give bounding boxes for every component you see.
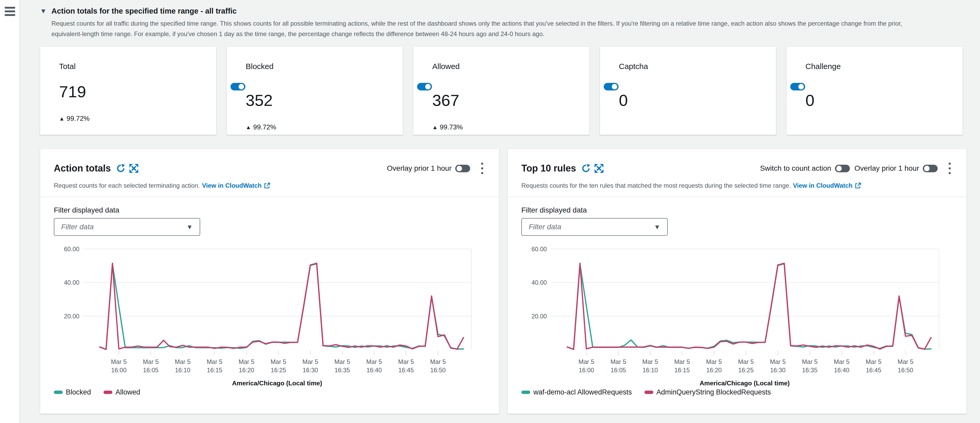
switch-count-action-control: Switch to count action bbox=[760, 164, 850, 172]
kebab-menu-icon[interactable] bbox=[946, 160, 953, 177]
action-totals-panel: Action totals bbox=[40, 149, 499, 414]
filter-displayed-data-label: Filter displayed data bbox=[521, 206, 953, 214]
svg-text:16:00: 16:00 bbox=[111, 367, 126, 374]
legend-item-allowed[interactable]: Allowed bbox=[103, 388, 140, 396]
legend-item-allowed-requests[interactable]: waf-demo-acl AllowedRequests bbox=[521, 388, 632, 396]
card-value: 0 bbox=[805, 91, 944, 110]
svg-text:16:30: 16:30 bbox=[770, 367, 786, 374]
filter-placeholder: Filter data bbox=[61, 223, 94, 231]
card-total: Total 719 ▲ 99.72% bbox=[40, 46, 216, 135]
delta-up-icon: ▲ bbox=[246, 124, 251, 131]
svg-text:16:25: 16:25 bbox=[271, 367, 286, 374]
chart-legend: waf-demo-acl AllowedRequests AdminQueryS… bbox=[521, 388, 953, 396]
card-challenge: Challenge 0 bbox=[786, 46, 963, 135]
section-description: Request counts for all traffic during th… bbox=[51, 18, 902, 39]
legend-swatch bbox=[644, 391, 653, 394]
section-description-line2: equivalent-length time range. For exampl… bbox=[51, 29, 902, 39]
svg-text:Mar 5: Mar 5 bbox=[430, 358, 446, 365]
svg-text:Mar 5: Mar 5 bbox=[866, 358, 881, 365]
panel-subtitle: Request counts for each selected termina… bbox=[54, 182, 486, 189]
challenge-visibility-toggle[interactable] bbox=[790, 83, 805, 91]
card-value: 352 bbox=[246, 91, 384, 110]
legend-item-blocked[interactable]: Blocked bbox=[54, 388, 91, 396]
switch-count-action-label: Switch to count action bbox=[760, 164, 831, 172]
svg-text:Mar 5: Mar 5 bbox=[239, 358, 254, 365]
legend-label: AdminQueryString BlockedRequests bbox=[657, 388, 771, 396]
legend-label: Blocked bbox=[66, 388, 91, 396]
card-label: Captcha bbox=[619, 62, 757, 71]
expand-icon[interactable] bbox=[594, 164, 604, 173]
svg-text:Mar 5: Mar 5 bbox=[579, 358, 594, 365]
card-label: Blocked bbox=[246, 62, 384, 71]
svg-text:Mar 5: Mar 5 bbox=[207, 358, 223, 365]
summary-cards-row: Total 719 ▲ 99.72% Blocked 352 ▲ 99.72% … bbox=[40, 46, 967, 135]
card-label: Challenge bbox=[805, 62, 944, 71]
svg-text:Mar 5: Mar 5 bbox=[611, 358, 626, 365]
svg-text:40.00: 40.00 bbox=[531, 279, 547, 286]
svg-text:Mar 5: Mar 5 bbox=[143, 358, 159, 365]
legend-item-blocked-requests[interactable]: AdminQueryString BlockedRequests bbox=[644, 388, 771, 396]
overlay-prior-toggle[interactable] bbox=[923, 165, 938, 172]
filter-data-select[interactable]: Filter data ▼ bbox=[521, 218, 668, 236]
panel-subtitle: Requests counts for the ten rules that m… bbox=[521, 182, 953, 189]
switch-count-action-toggle[interactable] bbox=[835, 165, 850, 172]
svg-text:Mar 5: Mar 5 bbox=[898, 358, 913, 365]
panel-subtitle-text: Request counts for each selected termina… bbox=[54, 182, 200, 189]
section-description-line1: Request counts for all traffic during th… bbox=[51, 18, 902, 29]
card-delta-value: 99.73% bbox=[440, 123, 463, 131]
filter-placeholder: Filter data bbox=[529, 223, 562, 231]
svg-text:Mar 5: Mar 5 bbox=[366, 358, 382, 365]
blocked-visibility-toggle[interactable] bbox=[231, 83, 245, 91]
svg-text:Mar 5: Mar 5 bbox=[642, 358, 658, 365]
svg-text:16:40: 16:40 bbox=[834, 367, 850, 374]
section-title: Action totals for the specified time ran… bbox=[51, 6, 902, 16]
svg-text:16:45: 16:45 bbox=[398, 367, 414, 374]
svg-text:16:50: 16:50 bbox=[898, 367, 913, 374]
captcha-visibility-toggle[interactable] bbox=[604, 83, 619, 91]
chart-legend: Blocked Allowed bbox=[54, 388, 485, 396]
svg-text:16:05: 16:05 bbox=[143, 367, 158, 374]
menu-icon[interactable] bbox=[5, 7, 15, 16]
delta-up-icon: ▲ bbox=[59, 115, 65, 122]
svg-text:Mar 5: Mar 5 bbox=[175, 358, 191, 365]
refresh-icon[interactable] bbox=[116, 164, 126, 173]
allowed-visibility-toggle[interactable] bbox=[417, 83, 432, 91]
view-in-cloudwatch-link[interactable]: View in CloudWatch bbox=[202, 182, 270, 189]
svg-text:16:00: 16:00 bbox=[579, 367, 594, 374]
card-delta-value: 99.72% bbox=[67, 115, 90, 123]
view-in-cloudwatch-link[interactable]: View in CloudWatch bbox=[793, 182, 861, 189]
top-10-rules-chart: 20.0040.0060.00Mar 516:00Mar 516:05Mar 5… bbox=[521, 242, 953, 388]
svg-text:Mar 5: Mar 5 bbox=[334, 358, 350, 365]
overlay-prior-control: Overlay prior 1 hour bbox=[854, 164, 938, 172]
external-link-icon bbox=[264, 182, 270, 189]
svg-text:16:15: 16:15 bbox=[207, 367, 223, 374]
legend-swatch bbox=[103, 391, 112, 394]
panel-header: Top 10 rules bbox=[508, 149, 966, 197]
svg-text:Mar 5: Mar 5 bbox=[770, 358, 786, 365]
collapse-triangle-icon[interactable]: ▼ bbox=[40, 6, 47, 16]
chevron-down-icon: ▼ bbox=[186, 223, 193, 231]
svg-text:Mar 5: Mar 5 bbox=[302, 358, 318, 365]
svg-text:16:10: 16:10 bbox=[175, 367, 190, 374]
kebab-menu-icon[interactable] bbox=[479, 160, 486, 177]
card-captcha: Captcha 0 bbox=[600, 46, 776, 135]
overlay-prior-toggle[interactable] bbox=[455, 165, 470, 172]
action-totals-chart: 20.0040.0060.00Mar 516:00Mar 516:05Mar 5… bbox=[54, 242, 486, 388]
card-delta: ▲ 99.73% bbox=[432, 123, 571, 131]
svg-text:16:20: 16:20 bbox=[239, 367, 254, 374]
overlay-prior-control: Overlay prior 1 hour bbox=[387, 164, 470, 172]
card-label: Total bbox=[59, 62, 197, 71]
expand-icon[interactable] bbox=[129, 164, 138, 173]
svg-text:America/Chicago (Local time): America/Chicago (Local time) bbox=[232, 380, 322, 387]
svg-text:16:30: 16:30 bbox=[302, 367, 318, 374]
card-delta: ▲ 99.72% bbox=[59, 115, 197, 123]
filter-data-select[interactable]: Filter data ▼ bbox=[54, 218, 200, 236]
refresh-icon[interactable] bbox=[581, 164, 590, 173]
card-value: 0 bbox=[619, 91, 757, 110]
svg-text:America/Chicago (Local time): America/Chicago (Local time) bbox=[700, 380, 790, 387]
legend-label: waf-demo-acl AllowedRequests bbox=[533, 388, 632, 396]
svg-text:60.00: 60.00 bbox=[64, 246, 80, 252]
legend-swatch bbox=[54, 391, 63, 394]
svg-text:40.00: 40.00 bbox=[64, 279, 80, 286]
svg-text:Mar 5: Mar 5 bbox=[398, 358, 414, 365]
